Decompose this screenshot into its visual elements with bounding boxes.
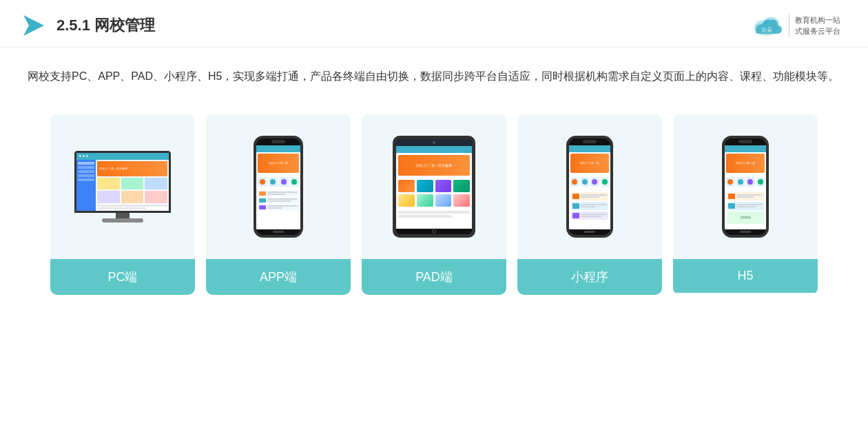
h5-body: 轻松入门第一堂 [722, 136, 769, 238]
description-text: 网校支持PC、APP、PAD、小程序、H5，实现多端打通，产品各终端自由切换，数… [0, 48, 868, 94]
brand-tagline: 教育机构一站 式服务云平台 [789, 14, 840, 37]
svg-marker-0 [23, 15, 44, 36]
page-title: 2.5.1 网校管理 [56, 15, 155, 36]
card-mini: 轻松入门第一堂 [517, 114, 662, 295]
logo-icon [21, 12, 47, 39]
card-h5-label: H5 [673, 259, 818, 293]
card-app-image: 轻松入门第一堂 [206, 114, 351, 259]
card-pad: 轻松入门 第一堂兴趣课 [362, 114, 506, 295]
mock-pad: 轻松入门 第一堂兴趣课 [393, 136, 475, 238]
card-app-label: APP端 [206, 259, 351, 295]
title-bold: 网校管理 [94, 17, 155, 34]
pad-body: 轻松入门 第一堂兴趣课 [393, 136, 475, 238]
mock-h5-phone: 轻松入门第一堂 [722, 136, 769, 238]
section-number: 2.5.1 [56, 17, 90, 34]
mock-app-phone: 轻松入门第一堂 [254, 136, 303, 238]
brand-logo: 云朵 教育机构一站 式服务云平台 [750, 13, 840, 38]
card-app: 轻松入门第一堂 [206, 114, 351, 295]
card-pc-image: 轻松入门 第一堂兴趣课 [50, 114, 195, 259]
header-left: 2.5.1 网校管理 [21, 12, 155, 39]
card-pad-image: 轻松入门 第一堂兴趣课 [362, 114, 506, 259]
card-mini-label: 小程序 [517, 259, 662, 295]
cards-section: 轻松入门 第一堂兴趣课 [0, 94, 868, 295]
svg-text:云朵: 云朵 [761, 27, 772, 33]
card-h5: 轻松入门第一堂 [673, 114, 818, 295]
pc-base [102, 218, 143, 223]
header: 2.5.1 网校管理 云朵 教育机构一站 式服务云平台 [0, 0, 868, 48]
card-pad-label: PAD端 [362, 259, 506, 295]
card-pc: 轻松入门 第一堂兴趣课 [50, 114, 195, 295]
card-pc-label: PC端 [50, 259, 195, 295]
mock-pc: 轻松入门 第一堂兴趣课 [74, 151, 171, 223]
brand-cloud-icon: 云朵 [750, 13, 783, 38]
pc-screen: 轻松入门 第一堂兴趣课 [74, 151, 171, 213]
page: 2.5.1 网校管理 云朵 教育机构一站 式服务云平台 网校支持PC、APP、P… [0, 0, 868, 434]
card-h5-image: 轻松入门第一堂 [673, 114, 818, 259]
pc-neck [116, 213, 130, 218]
phone-body: 轻松入门第一堂 [254, 136, 303, 238]
mock-mini-phone: 轻松入门第一堂 [566, 136, 613, 238]
card-mini-image: 轻松入门第一堂 [517, 114, 662, 259]
mini-body: 轻松入门第一堂 [566, 136, 613, 238]
